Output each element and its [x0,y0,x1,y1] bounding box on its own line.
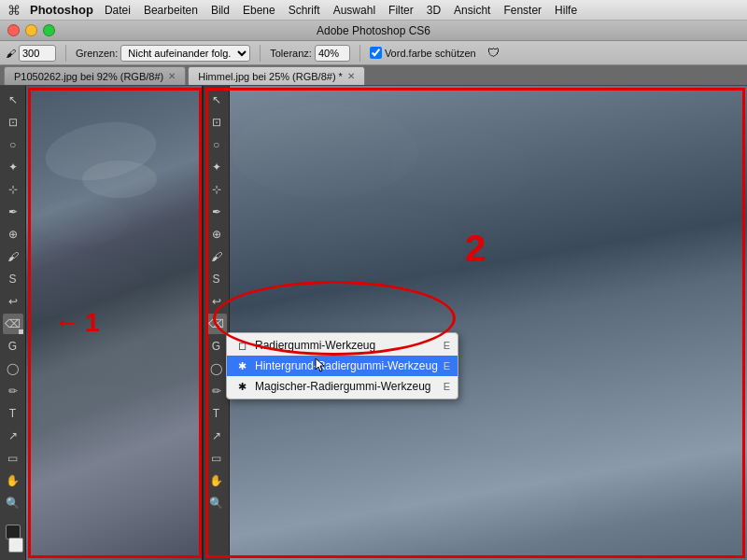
tool-dodge[interactable]: ◯ [3,358,23,379]
tool-magic-wand[interactable]: ✦ [3,157,23,177]
tool-text[interactable]: T [3,403,23,424]
inner-tool-marquee[interactable]: ⊡ [206,112,227,133]
inner-tool-crop[interactable]: ⊹ [206,179,227,200]
ctx-item-magischer[interactable]: ✱ Magischer-Radiergummi-Werkzeug E [227,376,458,397]
close-button[interactable] [7,24,20,36]
inner-tool-hand[interactable]: ✋ [206,470,227,491]
options-bar: 🖌 Grenzen: Nicht aufeinander folg. Aufei… [0,41,747,65]
ctx-icon-radiergummi: ◻ [234,338,249,353]
inner-tool-wand[interactable]: ✦ [206,157,227,177]
vorderfarbe-group: Vord.farbe schützen [370,47,476,59]
menu-bearbeiten[interactable]: Bearbeiten [144,4,198,17]
toleranz-input[interactable] [315,45,350,62]
tool-lasso[interactable]: ○ [3,134,23,155]
brush-size-input[interactable] [19,45,56,62]
tool-gradient[interactable]: G [3,336,23,357]
doc-left: ← 1 [26,86,204,560]
inner-tool-brush[interactable]: 🖌 [206,246,227,267]
ctx-item-radiergummi[interactable]: ◻ Radiergummi-Werkzeug E [227,335,458,356]
grenzen-label: Grenzen: [76,48,118,59]
tool-history-brush[interactable]: ↩ [3,291,23,312]
menu-3d[interactable]: 3D [427,4,441,17]
window-controls [7,24,55,36]
inner-tool-text[interactable]: T [206,403,227,424]
tool-eraser[interactable]: ⌫ [3,314,23,334]
menu-filter[interactable]: Filter [388,4,414,17]
toleranz-label: Toleranz: [270,48,312,59]
ctx-item-hintergrund[interactable]: ✱ Hintergrund-Radiergummi-Werkzeug E [227,356,458,376]
context-menu: ◻ Radiergummi-Werkzeug E ✱ Hintergrund-R… [226,332,458,399]
arrow-left: ← [54,308,80,338]
inner-tool-lasso[interactable]: ○ [206,134,227,155]
inner-tool-eraser[interactable]: ⌫ [206,314,227,334]
tool-path-selection[interactable]: ↗ [3,426,23,446]
inner-tool-clone[interactable]: S [206,269,227,289]
separator-1 [65,45,66,62]
tab-doc2-label: Himmel.jpg bei 25% (RGB/8#) * [198,71,343,82]
canvas-area: ← 1 ↖ ⊡ ○ ✦ ⊹ ✒ ⊕ 🖌 S ↩ ⌫ G ◯ ✏ T [26,86,747,560]
tab-bar: P1050262.jpg bei 92% (RGB/8#) ✕ Himmel.j… [0,65,747,86]
tool-move[interactable]: ↖ [3,90,23,110]
inner-tool-zoom[interactable]: 🔍 [206,493,227,513]
inner-tool-heal[interactable]: ⊕ [206,224,227,245]
tab-doc1-label: P1050262.jpg bei 92% (RGB/8#) [14,71,163,82]
grenzen-group: Grenzen: Nicht aufeinander folg. Aufeina… [76,45,250,62]
inner-tool-dodge[interactable]: ◯ [206,358,227,379]
tool-crop[interactable]: ⊹ [3,179,23,200]
apple-logo[interactable]: ⌘ [7,3,21,18]
inner-tool-gradient[interactable]: G [206,336,227,357]
inner-tool-path[interactable]: ↗ [206,426,227,446]
menu-datei[interactable]: Datei [105,4,131,17]
annotation-label-1: ← 1 [54,308,100,338]
menu-schrift[interactable]: Schrift [289,4,320,17]
label-1-text: 1 [85,308,100,338]
menu-bild[interactable]: Bild [211,4,230,17]
ctx-shortcut-1: E [444,360,450,371]
annotation-label-2: 2 [465,228,486,270]
sky-background-right [204,86,747,560]
grenzen-select[interactable]: Nicht aufeinander folg. Aufeinander folg… [120,45,250,62]
window-title: Adobe Photoshop CS6 [317,24,430,37]
toolbar-inner: ↖ ⊡ ○ ✦ ⊹ ✒ ⊕ 🖌 S ↩ ⌫ G ◯ ✏ T ↗ ▭ ✋ 🔍 [204,86,230,560]
ctx-shortcut-0: E [444,340,450,351]
doc-right: ↖ ⊡ ○ ✦ ⊹ ✒ ⊕ 🖌 S ↩ ⌫ G ◯ ✏ T ↗ ▭ ✋ 🔍 [204,86,747,560]
inner-tool-history[interactable]: ↩ [206,291,227,312]
vorderfarbe-checkbox[interactable] [370,47,382,59]
tool-background-color[interactable] [8,538,23,553]
toolbar-left: ↖ ⊡ ○ ✦ ⊹ ✒ ⊕ 🖌 S ↩ ⌫ G ◯ ✏ T ↗ ▭ ✋ 🔍 [0,86,26,560]
menu-ebene[interactable]: Ebene [243,4,275,17]
menu-bar: ⌘ Photoshop Datei Bearbeiten Bild Ebene … [0,0,747,21]
ctx-icon-magischer: ✱ [234,379,249,394]
tool-hand[interactable]: ✋ [3,470,23,491]
maximize-button[interactable] [43,24,55,36]
inner-tool-move[interactable]: ↖ [206,90,227,110]
icon-protect: 🛡 [487,46,500,60]
menu-hilfe[interactable]: Hilfe [555,4,577,17]
tool-pen[interactable]: ✏ [3,381,23,401]
menu-auswahl[interactable]: Auswahl [333,4,375,17]
vorderfarbe-label: Vord.farbe schützen [385,48,476,59]
tool-marquee[interactable]: ⊡ [3,112,23,133]
ctx-label-magischer: Magischer-Radiergummi-Werkzeug [255,380,431,393]
tool-clone[interactable]: S [3,269,23,289]
inner-tool-shape[interactable]: ▭ [206,448,227,469]
tool-zoom[interactable]: 🔍 [3,493,23,513]
tab-doc2[interactable]: Himmel.jpg bei 25% (RGB/8#) * ✕ [188,66,365,85]
tab-doc1-close[interactable]: ✕ [168,71,176,81]
tab-doc2-close[interactable]: ✕ [347,71,355,81]
minimize-button[interactable] [25,24,37,36]
menu-ansicht[interactable]: Ansicht [454,4,490,17]
inner-tool-eyedrop[interactable]: ✒ [206,202,227,222]
menu-fenster[interactable]: Fenster [503,4,542,17]
title-bar: Adobe Photoshop CS6 [0,21,747,41]
menu-items: Datei Bearbeiten Bild Ebene Schrift Ausw… [105,4,577,17]
tool-eyedropper[interactable]: ✒ [3,202,23,222]
app-name: Photoshop [30,3,93,17]
tool-shape[interactable]: ▭ [3,448,23,469]
tool-healing[interactable]: ⊕ [3,224,23,245]
tab-doc1[interactable]: P1050262.jpg bei 92% (RGB/8#) ✕ [4,66,186,85]
inner-tool-pen[interactable]: ✏ [206,381,227,401]
tool-brush[interactable]: 🖌 [3,246,23,267]
main-area: ↖ ⊡ ○ ✦ ⊹ ✒ ⊕ 🖌 S ↩ ⌫ G ◯ ✏ T ↗ ▭ ✋ 🔍 [0,86,747,560]
ctx-shortcut-2: E [444,381,450,392]
